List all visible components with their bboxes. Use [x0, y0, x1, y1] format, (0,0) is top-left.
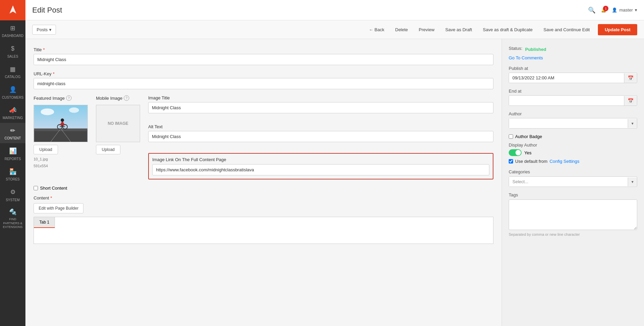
short-content-row: Short Content [34, 186, 493, 191]
content-tab-bar: Tab 1 [34, 217, 493, 244]
right-panel: Status: Published Go To Comments Publish… [502, 39, 644, 326]
mobile-image-help-icon[interactable]: ? [124, 95, 129, 101]
back-button[interactable]: ← Back [364, 24, 390, 35]
update-post-button[interactable]: Update Post [598, 24, 637, 35]
urlkey-input[interactable] [34, 78, 493, 89]
use-default-checkbox[interactable] [509, 159, 513, 164]
categories-label: Categories [509, 169, 637, 174]
urlkey-required: * [53, 71, 55, 76]
dropdown-arrow-icon: ▾ [49, 27, 52, 32]
categories-dropdown-icon: ▾ [628, 177, 637, 186]
image-link-input[interactable] [152, 164, 489, 175]
publish-at-input[interactable] [509, 73, 624, 83]
author-badge-row: Author Badge [509, 134, 637, 139]
posts-dropdown[interactable]: Posts ▾ [32, 25, 56, 35]
tags-label: Tags [509, 192, 637, 197]
topbar: Edit Post 🔍 🔔 1 👤 master ▾ [25, 0, 644, 20]
use-default-row: Use default from Config Settings [509, 159, 637, 164]
reports-icon: 📊 [9, 147, 17, 155]
image-filename: 10_1.jpg [34, 157, 88, 161]
svg-point-6 [69, 108, 79, 113]
display-author-label: Display Author [509, 142, 637, 148]
featured-image-help-icon[interactable]: ? [66, 95, 72, 101]
end-at-row: End at 📅 [509, 89, 637, 106]
image-title-label: Image Title [148, 95, 493, 100]
posts-dropdown-label: Posts [37, 27, 48, 32]
sidebar-item-label: SYSTEM [6, 198, 20, 202]
sidebar: ⊞ DASHBOARD $ SALES ▦ CATALOG 👤 CUSTOMER… [0, 0, 25, 326]
sidebar-item-reports[interactable]: 📊 REPORTS [0, 143, 25, 164]
sidebar-item-system[interactable]: ⚙ SYSTEM [0, 184, 25, 205]
mobile-image-upload-button[interactable]: Upload [96, 145, 120, 154]
featured-image-preview [34, 105, 88, 142]
publish-at-calendar-icon[interactable]: 📅 [624, 73, 637, 83]
preview-button[interactable]: Preview [413, 24, 440, 35]
display-author-row: Yes [509, 149, 637, 156]
sidebar-item-marketing[interactable]: 📣 MARKETING [0, 102, 25, 123]
config-settings-link[interactable]: Config Settings [549, 159, 579, 164]
image-link-label: Image Link On The Full Content Page [152, 157, 489, 162]
sidebar-item-label: CATALOG [5, 75, 20, 79]
page-title: Edit Post [32, 6, 62, 15]
goto-comments-link[interactable]: Go To Comments [509, 55, 543, 60]
end-at-calendar-icon[interactable]: 📅 [624, 96, 637, 106]
svg-rect-1 [34, 130, 87, 142]
mobile-image-col: Mobile Image ? NO IMAGE Upload [96, 95, 140, 179]
featured-image-upload-button[interactable]: Upload [34, 145, 58, 154]
display-author-toggle[interactable] [509, 149, 522, 156]
sidebar-logo [0, 0, 25, 20]
svg-point-5 [41, 109, 54, 115]
use-default-label: Use default from [515, 159, 547, 164]
author-select[interactable] [509, 118, 628, 128]
sidebar-item-label: SALES [7, 54, 18, 59]
sales-icon: $ [11, 45, 14, 53]
sidebar-item-label: CONTENT [4, 136, 21, 140]
sidebar-item-stores[interactable]: 🏪 STORES [0, 164, 25, 184]
title-label: Title * [34, 47, 493, 52]
toolbar: Posts ▾ ← Back Delete Preview Save as Dr… [25, 20, 644, 39]
sidebar-item-label: CUSTOMERS [2, 95, 24, 100]
image-title-input[interactable] [148, 102, 493, 113]
author-badge-checkbox[interactable] [509, 134, 513, 139]
tags-hint: Separated by comma or new line character [509, 232, 637, 236]
short-content-checkbox[interactable] [34, 186, 38, 190]
sidebar-item-extensions[interactable]: 🔩 FIND PARTNERS & EXTENSIONS [0, 205, 25, 233]
sidebar-item-label: MARKETING [3, 116, 23, 120]
image-title-group: Image Title [148, 95, 493, 113]
images-row: Featured Image ? [34, 95, 493, 179]
sidebar-item-dashboard[interactable]: ⊞ DASHBOARD [0, 20, 25, 41]
end-at-label: End at [509, 89, 637, 94]
tags-input[interactable] [509, 199, 637, 230]
main-content: Edit Post 🔍 🔔 1 👤 master ▾ Posts ▾ ← Bac… [25, 0, 644, 326]
notification-bell[interactable]: 🔔 1 [601, 7, 606, 13]
tab-1[interactable]: Tab 1 [34, 217, 55, 228]
status-row: Status: Published Go To Comments [509, 46, 637, 60]
marketing-icon: 📣 [9, 107, 17, 114]
categories-select[interactable]: Select... [509, 177, 628, 187]
edit-page-builder-button[interactable]: Edit with Page Builder [34, 203, 83, 213]
categories-select-wrap: Select... ▾ [509, 176, 637, 187]
save-draft-button[interactable]: Save as Draft [440, 24, 477, 35]
title-input[interactable] [34, 54, 493, 65]
delete-button[interactable]: Delete [390, 24, 413, 35]
sidebar-item-customers[interactable]: 👤 CUSTOMERS [0, 82, 25, 102]
alt-text-group: Alt Text [148, 124, 493, 142]
save-continue-button[interactable]: Save and Continue Edit [538, 24, 596, 35]
tags-row: Tags Separated by comma or new line char… [509, 192, 637, 236]
chevron-down-icon: ▾ [635, 7, 637, 13]
end-at-input[interactable] [509, 96, 624, 106]
system-icon: ⚙ [10, 188, 16, 196]
search-icon[interactable]: 🔍 [588, 6, 596, 14]
publish-at-label: Publish at [509, 66, 637, 71]
toggle-knob [515, 150, 521, 155]
sidebar-item-sales[interactable]: $ SALES [0, 41, 25, 61]
sidebar-item-catalog[interactable]: ▦ CATALOG [0, 61, 25, 82]
user-menu[interactable]: 👤 master ▾ [612, 7, 637, 13]
sidebar-item-label: FIND PARTNERS & EXTENSIONS [2, 217, 23, 229]
sidebar-item-content[interactable]: ✏ CONTENT [0, 123, 25, 143]
status-value: Published [525, 47, 546, 52]
alt-text-label: Alt Text [148, 124, 493, 129]
save-duplicate-button[interactable]: Save as draft & Duplicate [477, 24, 538, 35]
alt-text-input[interactable] [148, 131, 493, 142]
author-dropdown-icon: ▾ [628, 119, 637, 128]
